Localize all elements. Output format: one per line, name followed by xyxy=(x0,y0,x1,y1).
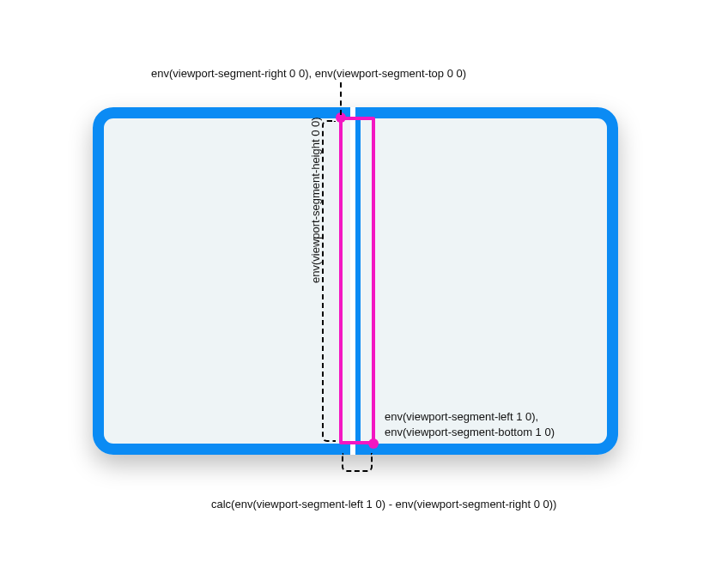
bracket-height xyxy=(322,120,336,442)
label-bottom-right-coord-line2: env(viewport-segment-bottom 1 0) xyxy=(385,426,555,438)
label-hinge-width-calc: calc(env(viewport-segment-left 1 0) - en… xyxy=(211,498,556,511)
bracket-width xyxy=(342,453,373,472)
viewport-segment-1-0 xyxy=(355,107,618,455)
label-segment-height: env(viewport-segment-height 0 0) xyxy=(309,117,322,283)
label-top-right-coord: env(viewport-segment-right 0 0), env(vie… xyxy=(151,67,466,80)
leader-line-top xyxy=(340,82,342,115)
label-bottom-right-coord-line1: env(viewport-segment-left 1 0), xyxy=(385,410,538,423)
highlight-hinge-rect xyxy=(339,117,375,444)
diagram-stage: env(viewport-segment-right 0 0), env(vie… xyxy=(0,0,728,574)
corner-dot-bottom-right xyxy=(368,438,379,449)
